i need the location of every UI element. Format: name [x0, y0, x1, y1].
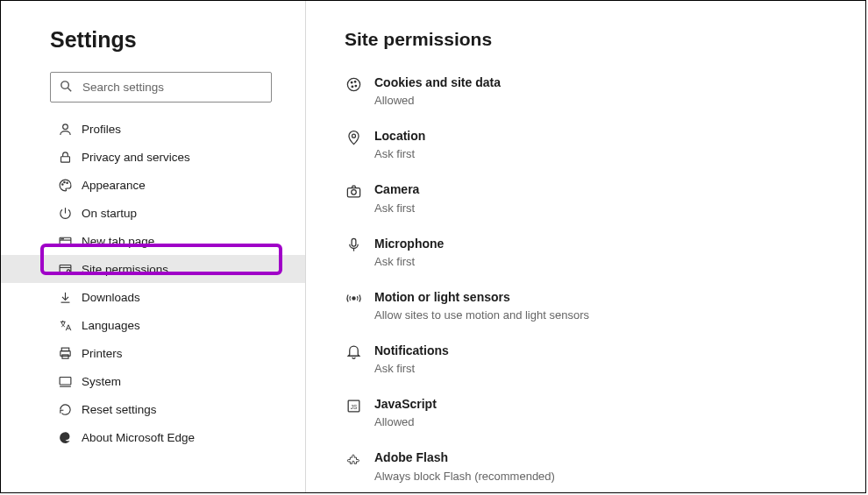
perm-status: Always block Flash (recommended): [374, 470, 555, 483]
nav-label: Appearance: [82, 179, 146, 192]
perm-title: JavaScript: [374, 396, 437, 412]
palette-icon: [57, 177, 73, 193]
svg-point-30: [352, 297, 354, 300]
microphone-icon: [345, 237, 362, 254]
nav-newtab[interactable]: New tab page: [1, 227, 305, 255]
nav-label: Site permissions: [82, 263, 168, 276]
main-content: Site permissions Cookies and site data A…: [306, 1, 865, 492]
svg-rect-28: [352, 238, 356, 246]
perm-location[interactable]: Location Ask first: [345, 128, 865, 160]
perm-title: Notifications: [374, 343, 449, 358]
svg-rect-3: [60, 156, 69, 161]
perm-notifications[interactable]: Notifications Ask first: [345, 343, 865, 375]
nav-startup[interactable]: On startup: [1, 199, 305, 227]
location-icon: [345, 129, 362, 146]
svg-rect-18: [60, 377, 71, 385]
search-input[interactable]: [50, 72, 272, 103]
cookie-icon: [345, 75, 362, 93]
perm-status: Ask first: [374, 255, 444, 268]
puzzle-icon: [345, 450, 362, 468]
svg-point-23: [352, 86, 353, 88]
perm-title: Motion or light sensors: [374, 289, 589, 305]
perm-javascript[interactable]: JS JavaScript Allowed: [345, 396, 865, 428]
nav-label: System: [82, 375, 121, 388]
nav-label: Privacy and services: [82, 151, 190, 164]
perm-status: Allow sites to use motion and light sens…: [374, 308, 589, 322]
perm-title: Microphone: [374, 236, 444, 251]
svg-point-2: [62, 124, 68, 129]
nav-label: Reset settings: [82, 403, 157, 416]
nav-label: Profiles: [82, 123, 121, 136]
settings-window: Settings Profiles Privacy and servic: [0, 0, 866, 493]
edge-icon: [57, 429, 73, 445]
camera-icon: [345, 182, 362, 200]
search-settings[interactable]: [50, 72, 272, 103]
page-title: Site permissions: [345, 29, 865, 50]
nav-system[interactable]: System: [1, 367, 305, 395]
svg-point-4: [61, 183, 62, 184]
nav-label: On startup: [82, 207, 137, 220]
printer-icon: [57, 345, 73, 361]
perm-camera[interactable]: Camera Ask first: [345, 181, 865, 214]
svg-point-6: [66, 181, 67, 182]
perm-title: Camera: [374, 181, 419, 197]
svg-text:JS: JS: [350, 403, 356, 409]
permissions-list: Cookies and site data Allowed Location A…: [345, 74, 865, 483]
svg-point-5: [63, 181, 64, 182]
svg-point-21: [351, 81, 352, 83]
perm-title: Cookies and site data: [374, 74, 501, 90]
system-icon: [57, 373, 73, 389]
nav-downloads[interactable]: Downloads: [1, 283, 305, 311]
nav-label: Printers: [82, 347, 123, 360]
svg-point-9: [60, 238, 61, 239]
power-icon: [57, 205, 73, 221]
nav-privacy[interactable]: Privacy and services: [1, 143, 305, 171]
perm-motion-sensors[interactable]: Motion or light sensors Allow sites to u…: [345, 289, 865, 322]
settings-sidebar: Settings Profiles Privacy and servic: [1, 1, 306, 492]
language-icon: [57, 317, 73, 333]
perm-cookies[interactable]: Cookies and site data Allowed: [345, 74, 865, 107]
sensor-icon: [345, 290, 362, 308]
nav-label: New tab page: [82, 235, 154, 248]
nav-label: Downloads: [82, 291, 140, 304]
perm-status: Allowed: [374, 94, 501, 107]
profile-icon: [57, 121, 73, 137]
svg-point-10: [62, 238, 63, 239]
nav-reset[interactable]: Reset settings: [1, 395, 305, 423]
search-icon: [59, 79, 75, 95]
perm-flash[interactable]: Adobe Flash Always block Flash (recommen…: [345, 449, 865, 482]
settings-title: Settings: [50, 27, 305, 53]
perm-status: Allowed: [374, 415, 437, 428]
svg-point-22: [354, 81, 356, 82]
nav-profiles[interactable]: Profiles: [1, 115, 305, 143]
nav-about[interactable]: About Microsoft Edge: [1, 423, 305, 451]
svg-point-0: [61, 81, 69, 89]
svg-point-25: [352, 134, 355, 138]
javascript-icon: JS: [345, 397, 362, 414]
perm-microphone[interactable]: Microphone Ask first: [345, 236, 865, 268]
nav-label: About Microsoft Edge: [82, 431, 195, 444]
perm-status: Ask first: [374, 147, 425, 160]
svg-point-27: [351, 189, 356, 194]
perm-title: Location: [374, 128, 425, 144]
nav-appearance[interactable]: Appearance: [1, 171, 305, 199]
perm-title: Adobe Flash: [374, 449, 555, 465]
svg-line-1: [68, 88, 71, 91]
settings-nav: Profiles Privacy and services Appearance…: [1, 115, 305, 451]
bell-icon: [345, 343, 362, 361]
perm-status: Ask first: [374, 362, 449, 375]
tab-icon: [57, 233, 73, 249]
permissions-icon: [57, 261, 73, 277]
nav-printers[interactable]: Printers: [1, 339, 305, 367]
svg-point-20: [347, 78, 359, 90]
perm-status: Ask first: [374, 202, 419, 215]
nav-languages[interactable]: Languages: [1, 311, 305, 339]
svg-rect-17: [61, 354, 68, 357]
nav-label: Languages: [82, 319, 140, 332]
nav-site-permissions[interactable]: Site permissions: [1, 255, 305, 283]
reset-icon: [57, 401, 73, 417]
svg-point-24: [355, 85, 357, 87]
lock-icon: [57, 149, 73, 165]
download-icon: [57, 289, 73, 305]
